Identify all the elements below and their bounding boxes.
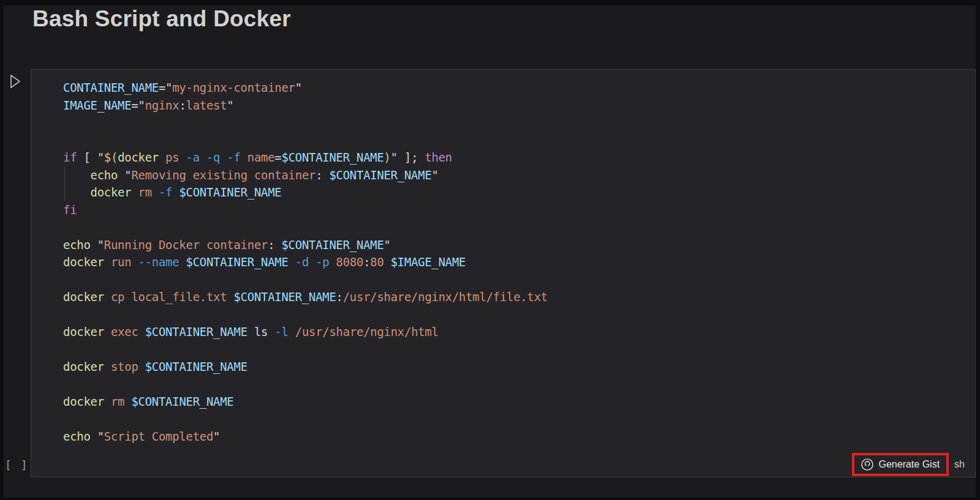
play-icon xyxy=(9,73,22,92)
code-line: echo "Removing existing container: $CONT… xyxy=(31,166,975,184)
code-line: CONTAINER_NAME="my-nginx-container" xyxy=(31,79,975,97)
window-edge-right xyxy=(976,0,980,500)
code-line xyxy=(31,218,975,236)
execution-count-indicator: [ ] xyxy=(5,458,29,471)
github-icon xyxy=(861,458,873,471)
code-line: docker exec $CONTAINER_NAME ls -l /usr/s… xyxy=(31,323,975,341)
code-line xyxy=(31,271,975,289)
code-line xyxy=(31,411,975,428)
code-line: echo "Running Docker container: $CONTAIN… xyxy=(31,236,975,254)
code-line: docker rm $CONTAINER_NAME xyxy=(31,393,975,411)
generate-gist-label: Generate Gist xyxy=(878,459,940,470)
code-line: echo "Script Completed" xyxy=(31,428,975,446)
code-cell[interactable]: CONTAINER_NAME="my-nginx-container"IMAGE… xyxy=(31,69,976,477)
cell-language-label[interactable]: sh xyxy=(954,459,966,470)
page-title: Bash Script and Docker xyxy=(32,6,291,32)
code-area: CONTAINER_NAME="my-nginx-container"IMAGE… xyxy=(31,79,975,446)
code-line: fi xyxy=(31,201,975,219)
code-line xyxy=(31,306,975,324)
generate-gist-button[interactable]: Generate Gist xyxy=(852,453,949,476)
code-line: docker stop $CONTAINER_NAME xyxy=(31,358,975,376)
code-line xyxy=(31,132,975,149)
code-line xyxy=(31,114,975,132)
code-line: docker run --name $CONTAINER_NAME -d -p … xyxy=(31,253,975,271)
code-line: docker cp local_file.txt $CONTAINER_NAME… xyxy=(31,288,975,306)
code-line: IMAGE_NAME="nginx:latest" xyxy=(31,97,975,114)
code-line xyxy=(31,341,975,359)
window-edge-top xyxy=(0,0,980,6)
window-edge-left xyxy=(0,0,4,500)
code-line: docker rm -f $CONTAINER_NAME xyxy=(31,184,975,201)
code-line xyxy=(31,376,975,394)
cell-status-bar: Generate Gist sh xyxy=(852,453,966,476)
window-edge-bottom xyxy=(0,498,980,500)
code-line: if [ "$(docker ps -a -q -f name=$CONTAIN… xyxy=(31,149,975,166)
run-cell-button[interactable] xyxy=(7,74,23,91)
